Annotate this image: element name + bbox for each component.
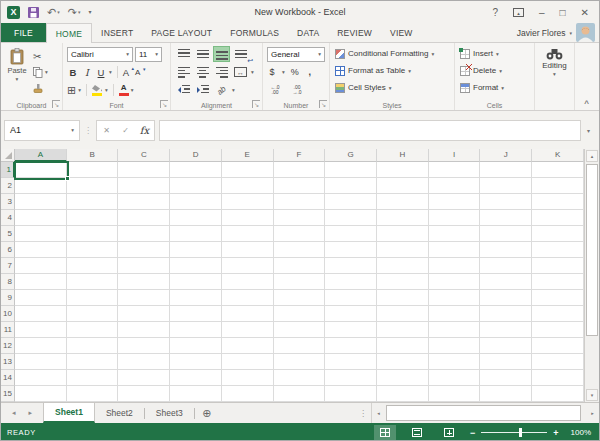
cell-i15[interactable] [429,386,481,402]
tab-insert[interactable]: INSERT [92,23,142,42]
maximize-button[interactable]: □ [560,7,566,18]
font-color-button[interactable]: A [119,84,129,96]
cell-i4[interactable] [429,210,481,226]
account-dropdown-icon[interactable]: ▾ [569,30,572,36]
cell-g3[interactable] [325,194,377,210]
cell-h1[interactable] [377,162,429,178]
cell-i5[interactable] [429,226,481,242]
collapse-ribbon-button[interactable]: ^ [584,99,589,108]
orientation-button[interactable]: ab [213,82,230,98]
cell-f12[interactable] [274,338,326,354]
percent-style-button[interactable]: % [290,67,300,77]
horizontal-scrollbar[interactable]: ◂ ▸ [371,403,599,423]
scroll-down-button[interactable]: ▾ [586,389,598,401]
cell-f15[interactable] [274,386,326,402]
decrease-decimal-button[interactable]: .00→.0 [289,85,305,95]
cell-g13[interactable] [325,354,377,370]
cell-c12[interactable] [118,338,170,354]
row-header-3[interactable]: 3 [1,194,15,210]
undo-dropdown-icon[interactable]: ▾ [57,10,60,15]
cell-b6[interactable] [67,242,119,258]
tab-formulas[interactable]: FORMULAS [221,23,288,42]
cell-c2[interactable] [118,178,170,194]
cell-a9[interactable] [15,290,67,306]
cell-j6[interactable] [480,242,532,258]
cell-a2[interactable] [15,178,67,194]
cell-a3[interactable] [15,194,67,210]
cell-k12[interactable] [532,338,584,354]
cell-a7[interactable] [15,258,67,274]
decrease-font-size-button[interactable]: A▾ [135,68,144,77]
cell-a5[interactable] [15,226,67,242]
cell-f8[interactable] [274,274,326,290]
redo-dropdown-icon[interactable]: ▾ [78,10,81,15]
top-align-button[interactable] [175,46,192,62]
cell-d3[interactable] [170,194,222,210]
cell-b7[interactable] [67,258,119,274]
accounting-dropdown-icon[interactable]: ▾ [282,69,285,75]
clipboard-dialog-launcher-icon[interactable]: ↘ [52,100,60,108]
row-header-14[interactable]: 14 [1,370,15,386]
cell-e3[interactable] [222,194,274,210]
previous-sheet-button[interactable]: ◂ [12,409,16,417]
cell-i11[interactable] [429,322,481,338]
merge-center-button[interactable]: ↔ [232,64,249,80]
font-family-dropdown-icon[interactable]: ▾ [126,51,129,57]
cell-c3[interactable] [118,194,170,210]
increase-decimal-button[interactable]: ←.0.00 [267,85,283,95]
cell-a14[interactable] [15,370,67,386]
cell-c9[interactable] [118,290,170,306]
underline-dropdown-icon[interactable]: ▾ [109,69,112,75]
select-all-button[interactable] [1,149,15,162]
horizontal-scroll-thumb[interactable] [386,405,581,421]
row-header-4[interactable]: 4 [1,210,15,226]
cell-a15[interactable] [15,386,67,402]
cell-h15[interactable] [377,386,429,402]
merge-center-dropdown-icon[interactable]: ▾ [251,69,254,75]
page-layout-view-button[interactable] [406,425,428,440]
column-header-j[interactable]: J [480,149,532,162]
cell-i13[interactable] [429,354,481,370]
cell-g7[interactable] [325,258,377,274]
paste-button[interactable]: Paste ▾ [3,45,31,97]
zoom-slider-thumb[interactable] [519,428,522,437]
cell-g4[interactable] [325,210,377,226]
paste-dropdown-icon[interactable]: ▾ [16,76,19,82]
tab-file[interactable]: FILE [1,23,46,42]
borders-button[interactable]: ⊞ [67,84,76,97]
cell-j14[interactable] [480,370,532,386]
cell-g11[interactable] [325,322,377,338]
cell-g8[interactable] [325,274,377,290]
cell-k2[interactable] [532,178,584,194]
cell-e8[interactable] [222,274,274,290]
page-break-preview-button[interactable] [438,425,460,440]
row-header-5[interactable]: 5 [1,226,15,242]
cell-d2[interactable] [170,178,222,194]
cell-h4[interactable] [377,210,429,226]
vertical-scroll-thumb[interactable] [586,164,598,336]
cell-f10[interactable] [274,306,326,322]
cell-h14[interactable] [377,370,429,386]
cell-k14[interactable] [532,370,584,386]
cell-e14[interactable] [222,370,274,386]
redo-button[interactable]: ↷▾ [68,7,81,18]
cell-h6[interactable] [377,242,429,258]
number-format-select[interactable]: General▾ [267,47,325,62]
row-header-15[interactable]: 15 [1,386,15,402]
new-sheet-button[interactable]: ⊕ [195,403,219,423]
cell-c14[interactable] [118,370,170,386]
insert-function-button[interactable]: fx [135,125,154,136]
cell-h13[interactable] [377,354,429,370]
horizontal-scroll-track[interactable] [385,403,586,423]
cell-b10[interactable] [67,306,119,322]
cell-b5[interactable] [67,226,119,242]
cell-i1[interactable] [429,162,481,178]
cell-i10[interactable] [429,306,481,322]
cell-c13[interactable] [118,354,170,370]
cell-d13[interactable] [170,354,222,370]
column-header-b[interactable]: B [67,149,119,162]
excel-app-icon[interactable]: X [7,6,20,19]
cell-j13[interactable] [480,354,532,370]
ribbon-display-options-button[interactable]: ▴ [513,8,524,17]
copy-dropdown-icon[interactable]: ▾ [45,69,48,75]
